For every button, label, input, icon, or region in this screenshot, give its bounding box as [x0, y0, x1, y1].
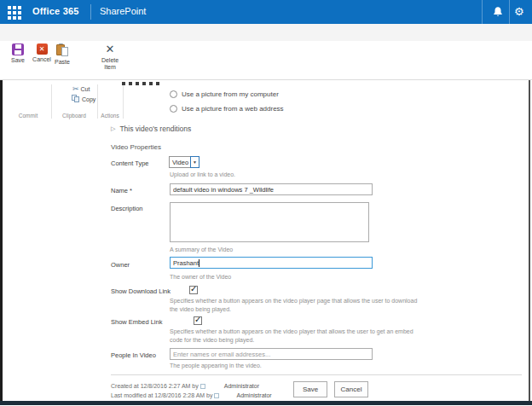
- scissors-icon: ✂: [72, 85, 79, 93]
- modified-by-user[interactable]: Administrator: [236, 392, 271, 398]
- created-by-user[interactable]: Administrator: [224, 383, 259, 389]
- delete-x-icon: ✕: [99, 44, 121, 55]
- paste-clipboard-icon: [55, 44, 69, 57]
- suite-bar-separator: [509, 0, 510, 24]
- notifications-bell-icon[interactable]: [492, 6, 504, 18]
- suite-bar-divider: [90, 4, 91, 20]
- show-embed-link-label: Show Embed Link: [111, 318, 162, 326]
- presence-placeholder-icon: [200, 384, 205, 389]
- cancel-x-icon: ✕: [37, 44, 48, 55]
- copy-button[interactable]: Copy: [72, 95, 95, 103]
- chevron-down-icon: ▼: [190, 156, 200, 168]
- footer-cancel-button[interactable]: Cancel: [334, 381, 368, 397]
- app-launcher-icon[interactable]: [8, 6, 21, 20]
- ribbon-tab-row: BROWSE EDIT: [0, 24, 532, 41]
- people-in-video-input[interactable]: [170, 348, 373, 360]
- content-type-select[interactable]: Video ▼: [169, 156, 200, 168]
- people-in-video-help: The people appearing in the video.: [170, 362, 425, 370]
- checkmark-icon: ✓: [190, 284, 197, 293]
- content-right-border: [529, 80, 530, 401]
- renditions-expander[interactable]: ▷ This video's renditions: [111, 125, 191, 133]
- description-help: A summary of the Video: [170, 246, 425, 254]
- content-type-label: Content Type: [111, 160, 148, 167]
- brand-office365[interactable]: Office 365: [32, 6, 79, 16]
- show-download-link-label: Show Download Link: [111, 287, 171, 295]
- content-type-help: Upload or link to a video.: [170, 171, 425, 179]
- footer-save-button[interactable]: Save: [293, 381, 327, 397]
- owner-label: Owner: [111, 261, 130, 269]
- radio-circle-icon: [170, 105, 177, 113]
- show-download-link-help: Specifies whether a button appears on th…: [170, 297, 425, 314]
- name-input[interactable]: [170, 183, 373, 195]
- cancel-button[interactable]: ✕ Cancel: [30, 44, 54, 63]
- sharepoint-edit-video-page: Office 365 SharePoint ⚙ BROWSE EDIT Save…: [0, 0, 532, 406]
- text-cursor: [199, 259, 200, 267]
- group-label-clipboard: Clipboard: [52, 113, 96, 119]
- delete-item-button[interactable]: ✕ Delete Item: [99, 44, 121, 71]
- show-download-link-checkbox[interactable]: ✓: [189, 286, 198, 294]
- ribbon-group-separator: [123, 84, 124, 119]
- save-button[interactable]: Save: [6, 44, 30, 64]
- copy-pages-icon: [72, 95, 80, 103]
- ribbon-command-area: Save ✕ Cancel Paste ✂ Cut Copy ✕ Delete …: [0, 41, 532, 80]
- show-embed-link-help: Specifies whether a button appears on th…: [170, 328, 425, 345]
- brand-sharepoint[interactable]: SharePoint: [100, 6, 146, 16]
- clipped-thumbnail-link-artifact: [122, 82, 163, 85]
- radio-picture-from-computer[interactable]: Use a picture from my computer: [170, 90, 279, 98]
- save-floppy-icon: [12, 44, 24, 55]
- modified-text: Last modified at 12/8/2016 2:28 AM by: [111, 392, 212, 398]
- people-in-video-label: People In Video: [111, 351, 156, 359]
- section-title-video-properties: Video Properties: [111, 143, 161, 151]
- group-label-commit: Commit: [6, 113, 50, 119]
- name-label: Name *: [111, 187, 132, 194]
- owner-help: The owner of the Video: [170, 273, 425, 281]
- paste-button[interactable]: Paste: [52, 44, 72, 66]
- description-textarea[interactable]: [170, 202, 369, 242]
- created-text: Created at 12/8/2016 2:27 AM by: [111, 383, 199, 389]
- radio-circle-icon: [170, 90, 177, 98]
- suite-bar-separator: [482, 0, 483, 24]
- modified-line: Last modified at 12/8/2016 2:28 AM by Ad…: [111, 392, 272, 398]
- presence-placeholder-icon: [214, 393, 219, 398]
- checkmark-icon: ✓: [194, 315, 201, 324]
- chevron-right-icon: ▷: [111, 125, 115, 132]
- created-line: Created at 12/8/2016 2:27 AM by Administ…: [111, 383, 259, 389]
- suite-bar: Office 365 SharePoint ⚙: [0, 0, 532, 24]
- show-embed-link-checkbox[interactable]: ✓: [194, 316, 202, 325]
- content-left-border: [0, 80, 3, 401]
- content-bottom-border: [0, 401, 532, 405]
- owner-input[interactable]: [170, 257, 373, 269]
- footer-divider: [111, 374, 522, 375]
- group-label-actions: Actions: [98, 113, 122, 119]
- cut-button[interactable]: ✂ Cut: [72, 85, 90, 93]
- description-label: Description: [111, 205, 143, 212]
- settings-gear-icon[interactable]: ⚙: [514, 4, 524, 19]
- radio-picture-from-web[interactable]: Use a picture from a web address: [170, 105, 284, 113]
